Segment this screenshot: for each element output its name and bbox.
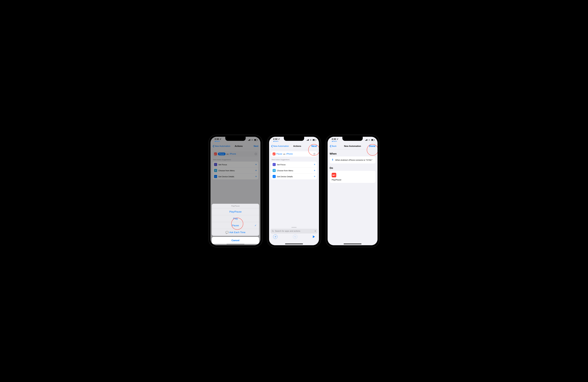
location-icon [336, 138, 338, 140]
when-trigger-card[interactable]: When Andrew's iPhone connects to "SYNC" [330, 157, 376, 163]
menu-icon: ☰ [273, 169, 276, 172]
notch [225, 137, 246, 141]
status-time: 2:32 [215, 138, 219, 140]
battery-icon [313, 139, 316, 141]
suggestion-item[interactable]: ☰Choose from Menu+ [271, 168, 317, 174]
action-sheet-overlay[interactable]: Play/Pause Play/Pause Play Pause ✓ 💬Ask … [210, 137, 260, 245]
do-action-text: Play/Pause [332, 179, 341, 181]
sheet-title: Play/Pause [212, 204, 259, 208]
nav-title: New Automation [344, 145, 361, 147]
add-icon[interactable]: + [314, 175, 315, 178]
when-section-title: When [330, 152, 376, 155]
home-indicator[interactable] [285, 244, 303, 244]
next-button[interactable]: Next [312, 145, 317, 148]
suggestions-list: ☾Set Focus+ ☰Choose from Menu+ ▢Get Devi… [271, 162, 317, 180]
suggestions-header: Next Action Suggestions [272, 159, 317, 160]
status-time: 2:32 [273, 138, 277, 140]
sheet-option-playpause[interactable]: Play/Pause [212, 208, 259, 215]
chevron-left-icon [271, 145, 273, 147]
breadcrumb-back[interactable]: ◀Search [332, 141, 338, 142]
playpause-icon: ▶II [273, 153, 275, 155]
add-icon[interactable]: + [314, 169, 315, 172]
svg-point-0 [272, 230, 273, 231]
action-sheet: Play/Pause Play/Pause Play Pause ✓ 💬Ask … [212, 204, 259, 236]
action-step[interactable]: ▶II Pause on iPhone ✕ [271, 151, 317, 157]
ask-icon: 💬 [226, 231, 229, 234]
drag-handle[interactable] [292, 227, 296, 228]
device-icon: ▢ [273, 175, 276, 178]
playpause-icon: ▶II [332, 173, 336, 177]
back-button[interactable]: Back [330, 145, 336, 147]
sheet-option-pause[interactable]: Pause ✓ [212, 222, 259, 229]
location-icon [219, 138, 221, 140]
battery-icon [371, 139, 375, 141]
redo-button[interactable]: ↻ [293, 235, 297, 239]
wifi-icon [310, 139, 312, 141]
do-action-card[interactable]: ▶II Play/Pause [330, 171, 376, 183]
phone-frame-1: 2:32 ◀Search New Automation [209, 135, 262, 247]
action-word-on: on [283, 153, 285, 155]
suggestion-item[interactable]: ☾Set Focus+ [271, 162, 317, 168]
back-button[interactable]: New Automation [271, 145, 289, 147]
run-button[interactable] [313, 235, 315, 238]
notch [342, 137, 363, 141]
undo-button[interactable]: ↺ [273, 235, 277, 239]
add-icon[interactable]: + [314, 163, 315, 166]
nav-title: Actions [293, 145, 301, 147]
focus-icon: ☾ [273, 163, 276, 166]
when-trigger-text: When Andrew's iPhone connects to "SYNC" [335, 159, 372, 161]
chevron-left-icon [330, 145, 331, 147]
notch [284, 137, 304, 141]
signal-icon [365, 139, 367, 141]
action-param-mode[interactable]: Pause [276, 153, 282, 155]
sheet-option-ask[interactable]: 💬Ask Each Time [212, 229, 259, 236]
home-indicator[interactable] [344, 244, 361, 244]
do-section-title: Do [330, 167, 376, 169]
signal-icon [248, 139, 250, 141]
clear-action-button[interactable]: ✕ [313, 153, 316, 155]
phone-frame-3: 2:32 ◀Search Back New Automation Done [326, 135, 379, 247]
search-icon [272, 230, 274, 232]
checkmark-icon: ✓ [254, 224, 257, 227]
breadcrumb-back[interactable]: ◀Search [215, 141, 221, 142]
mic-icon[interactable] [314, 230, 316, 232]
search-input[interactable]: Search for apps and actions [271, 229, 317, 234]
sheet-option-play[interactable]: Play [212, 215, 259, 222]
signal-icon [307, 139, 309, 141]
nav-bar: New Automation Actions Next [269, 143, 319, 149]
svg-rect-1 [315, 230, 315, 231]
suggestion-item[interactable]: ▢Get Device Details+ [271, 174, 317, 180]
action-param-device[interactable]: iPhone [286, 153, 293, 155]
bottom-search-panel: Search for apps and actions ↺ ↻ [269, 226, 319, 239]
status-time: 2:32 [332, 138, 336, 140]
wifi-icon [251, 139, 253, 141]
breadcrumb-back[interactable]: ◀Search [273, 141, 280, 142]
battery-icon [254, 139, 257, 141]
bluetooth-icon [331, 158, 334, 162]
done-button[interactable]: Done [369, 145, 376, 148]
phone-frame-2: 2:32 ◀Search New Automation Actions N [267, 135, 321, 247]
wifi-icon [368, 139, 370, 141]
sheet-cancel-button[interactable]: Cancel [212, 237, 259, 244]
nav-bar: Back New Automation Done [328, 143, 378, 149]
location-icon [278, 138, 280, 140]
